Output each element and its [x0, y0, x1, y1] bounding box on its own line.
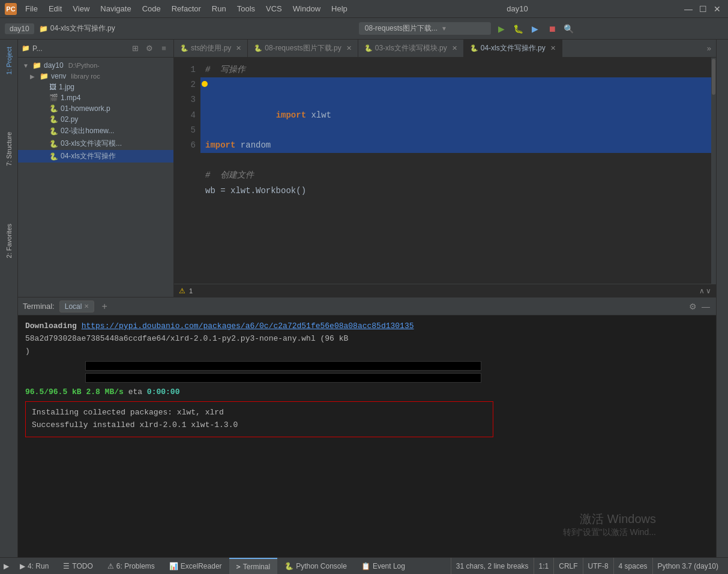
- tree-file-02read[interactable]: 🐍 02-读出homew...: [18, 125, 173, 137]
- close-button[interactable]: ✕: [711, 3, 723, 15]
- tab-sts[interactable]: 🐍 sts的使用.py ✕: [174, 40, 248, 58]
- indent-info[interactable]: 4 spaces: [613, 558, 652, 575]
- tab-close-04xls[interactable]: ✕: [550, 44, 556, 52]
- menu-view[interactable]: View: [68, 3, 94, 14]
- terminal-tab-close[interactable]: ✕: [84, 303, 89, 309]
- tree-file-03xls[interactable]: 🐍 03-xls文件读写模...: [18, 137, 173, 150]
- debug-button[interactable]: 🐛: [511, 22, 526, 36]
- code-line-4: [200, 153, 711, 168]
- tab-04xls[interactable]: 🐍 04-xls文件写操作.py ✕: [464, 40, 562, 58]
- sidebar-tab-structure[interactable]: 7: Structure: [3, 127, 15, 171]
- terminal-minimize-button[interactable]: —: [700, 300, 711, 312]
- video-icon: 🎬: [49, 94, 58, 102]
- terminal-settings-button[interactable]: ⚙: [688, 300, 698, 312]
- status-tab-python-console[interactable]: 🐍 Python Console: [277, 558, 354, 575]
- excel-tab-icon: 📊: [169, 562, 178, 570]
- venv-expand-icon: ▶: [30, 73, 37, 80]
- tree-venv[interactable]: ▶ 📁 venv library roc: [18, 71, 173, 82]
- status-right: 31 chars, 2 line breaks 1:1 CRLF UTF-8 4…: [451, 558, 728, 575]
- tree-file-02py[interactable]: 🐍 02.py: [18, 114, 173, 125]
- venv-sub: library roc: [71, 73, 100, 80]
- tab-close-03xls[interactable]: ✕: [452, 44, 457, 52]
- right-sidebar: [716, 40, 728, 557]
- eventlog-label: Event Log: [373, 562, 405, 570]
- menu-code[interactable]: Code: [137, 3, 166, 14]
- status-tab-eventlog[interactable]: 📋 Event Log: [354, 558, 412, 575]
- status-tab-excelreader[interactable]: 📊 ExcelReader: [162, 558, 229, 575]
- stop-button[interactable]: ⏹: [545, 22, 559, 36]
- terminal-add-button[interactable]: +: [99, 301, 109, 312]
- terminal-download-line: Downloading https://pypi.doubanio.com/pa…: [25, 320, 709, 333]
- menu-edit[interactable]: Edit: [44, 3, 67, 14]
- window-title: day10: [352, 4, 682, 13]
- search-everywhere-button[interactable]: 🔍: [562, 22, 576, 36]
- terminal-progress-text: 96.5/96.5 kB 2.8 MB/s eta 0:00:00: [25, 386, 709, 399]
- terminal-install-box: Installing collected packages: xlwt, xlr…: [25, 401, 493, 437]
- status-tab-run[interactable]: ▶ 4: Run: [13, 558, 56, 575]
- tab-close-requests[interactable]: ✕: [346, 44, 352, 52]
- terminal-body[interactable]: Downloading https://pypi.doubanio.com/pa…: [18, 315, 716, 557]
- menu-window[interactable]: Window: [288, 3, 325, 14]
- coverage-button[interactable]: ▶: [528, 22, 543, 36]
- left-sidebar: 1: Project 7: Structure 2: Favorites: [0, 40, 18, 557]
- menu-file[interactable]: File: [20, 3, 43, 14]
- scrollbar-thumb[interactable]: [712, 59, 715, 95]
- maximize-button[interactable]: ☐: [697, 3, 709, 15]
- tree-file-01homework[interactable]: 🐍 01-homework.p: [18, 103, 173, 114]
- toolbar-icons: ▶ 🐛 ▶ ⏹ 🔍: [495, 22, 576, 36]
- problems-tab-label: 6: Problems: [116, 562, 155, 570]
- tab-requests[interactable]: 🐍 08-requests图片下载.py ✕: [248, 40, 358, 58]
- code-content[interactable]: # 写操作 import xlwt import random # 创建文件 w…: [200, 58, 711, 284]
- interpreter-info[interactable]: Python 3.7 (day10): [652, 558, 723, 575]
- run-config-dropdown[interactable]: 08-requests图片下载... ▼: [359, 22, 491, 35]
- position-info[interactable]: 1:1: [534, 558, 554, 575]
- progress-fill-1: [86, 362, 481, 370]
- code-editor: 🐍 sts的使用.py ✕ 🐍 08-requests图片下载.py ✕ 🐍 0…: [174, 40, 716, 297]
- tree-gear-button[interactable]: ⚙: [143, 43, 155, 55]
- status-tab-todo[interactable]: ☰ TODO: [56, 558, 100, 575]
- image-icon: 🖼: [49, 83, 56, 91]
- navbar: day10 📁 04-xls文件写操作.py 08-requests图片下载..…: [0, 18, 728, 40]
- tree-root[interactable]: ▼ 📁 day10 D:\Python-: [18, 60, 173, 71]
- tree-collapse-button[interactable]: ⊞: [129, 43, 141, 55]
- py-icon-3: 🐍: [49, 127, 58, 136]
- sidebar-tab-project[interactable]: 1: Project: [3, 42, 15, 79]
- terminal-tab-local-label: Local: [65, 302, 82, 311]
- status-tab-terminal[interactable]: > Terminal: [229, 558, 278, 575]
- progress-fill-2: [86, 374, 481, 382]
- warning-up-arrow[interactable]: ∧: [699, 287, 705, 295]
- status-tab-problems[interactable]: ⚠ 6: Problems: [100, 558, 162, 575]
- menu-run[interactable]: Run: [207, 3, 231, 14]
- terminal-download-link[interactable]: https://pypi.doubanio.com/packages/a6/0c…: [82, 321, 414, 330]
- menu-tools[interactable]: Tools: [232, 3, 260, 14]
- tab-label-requests: 08-requests图片下载.py: [265, 43, 341, 53]
- menu-navigate[interactable]: Navigate: [95, 3, 136, 14]
- python-console-icon: 🐍: [284, 562, 293, 570]
- vertical-scrollbar[interactable]: [711, 58, 716, 284]
- run-button[interactable]: ▶: [495, 22, 509, 36]
- dropdown-arrow-icon: ▼: [441, 25, 447, 32]
- tab-03xls[interactable]: 🐍 03-xls文件读写模块.py ✕: [358, 40, 464, 58]
- more-tabs-button[interactable]: »: [702, 44, 716, 53]
- tab-close-sts[interactable]: ✕: [236, 44, 241, 52]
- encoding-info[interactable]: UTF-8: [583, 558, 613, 575]
- warning-down-arrow[interactable]: ∨: [706, 287, 711, 295]
- tree-file-1mp4[interactable]: 🎬 1.mp4: [18, 92, 173, 103]
- tree-hide-button[interactable]: ≡: [158, 43, 170, 55]
- line-ending-info[interactable]: CRLF: [553, 558, 582, 575]
- sidebar-tab-favorites[interactable]: 2: Favorites: [3, 219, 15, 263]
- content-area: 📁 P... ⊞ ⚙ ≡ ▼ 📁 day10 D:\Python- ▶: [18, 40, 716, 557]
- py-icon-5: 🐍: [49, 152, 58, 161]
- py-icon-4: 🐍: [49, 140, 58, 148]
- tree-file-1jpg[interactable]: 🖼 1.jpg: [18, 82, 173, 92]
- root-path: D:\Python-: [68, 62, 100, 69]
- venv-icon: 📁: [40, 72, 49, 80]
- status-expand-icon[interactable]: ▶: [4, 562, 9, 570]
- minimize-button[interactable]: —: [682, 3, 694, 15]
- tree-file-04xls[interactable]: 🐍 04-xls文件写操作: [18, 150, 173, 163]
- menu-refactor[interactable]: Refactor: [167, 3, 206, 14]
- menu-vcs[interactable]: VCS: [261, 3, 287, 14]
- menu-help[interactable]: Help: [326, 3, 352, 14]
- terminal-tab-local[interactable]: Local ✕: [59, 300, 95, 312]
- code-line-1: # 写操作: [200, 62, 711, 77]
